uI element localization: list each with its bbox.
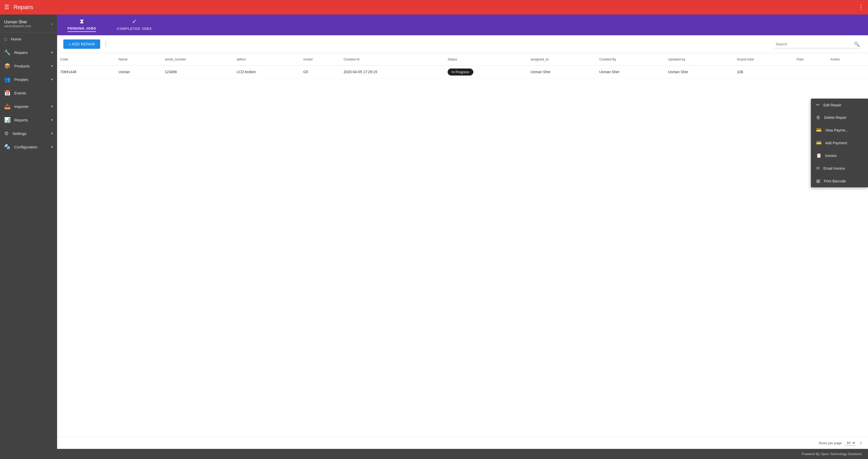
rows-per-page-label: Rows per page: — [819, 441, 843, 445]
col-grand-total: Grand total — [734, 53, 794, 66]
context-email-invoice-label: Email Invoice — [824, 166, 845, 171]
more-options-icon[interactable]: ⋮ — [103, 41, 108, 47]
chevron-down-icon: ▾ — [51, 131, 53, 135]
importer-icon: 📥 — [4, 103, 11, 110]
sidebar-item-label: Products — [14, 64, 30, 68]
sidebar: Usman Sher admin@admin.com ‹ ⌂ Home 🔧 Re… — [0, 14, 57, 459]
chevron-down-icon: ▾ — [51, 145, 53, 149]
footer-text: Powered By Open Technology Solutions — [802, 452, 862, 456]
search-icon[interactable]: 🔍 — [854, 41, 860, 47]
repairs-table: Code Name serial_number defect model Cre… — [57, 53, 868, 79]
sidebar-item-configuration[interactable]: 🔩 Configuration ▾ — [0, 140, 57, 154]
topbar: ☰ Repairs ⋮ — [0, 0, 868, 14]
sidebar-item-repairs[interactable]: 🔧 Repairs ▾ — [0, 46, 57, 59]
tab-completed-label: COMPLETED JOBS — [117, 27, 152, 31]
context-view-payment[interactable]: 💳 View Payme... — [811, 124, 868, 136]
settings-icon: ⚙ — [4, 130, 9, 136]
hourglass-icon: ⧗ — [80, 18, 84, 25]
table-row: 70691448 Usman 123456 LCD broken G5 2020… — [57, 66, 868, 79]
sidebar-item-label: Events — [14, 91, 26, 95]
sidebar-item-label: Importer — [14, 104, 29, 109]
search-container: 🔍 — [774, 40, 862, 48]
table-container: Code Name serial_number defect model Cre… — [57, 53, 868, 437]
cell-action — [827, 66, 868, 79]
search-input[interactable] — [776, 42, 854, 46]
user-info: Usman Sher admin@admin.com — [4, 20, 31, 28]
sidebar-collapse-icon[interactable]: ‹ — [51, 21, 53, 27]
context-edit-repair-label: Edit Repair — [824, 103, 841, 107]
context-print-barcode[interactable]: ▦ Print Barcode — [811, 175, 868, 187]
context-invoice[interactable]: 📋 Invoice — [811, 149, 868, 162]
sidebar-item-peoples[interactable]: 👥 Peoples ▾ — [0, 73, 57, 86]
context-edit-repair[interactable]: ✏ Edit Repair — [811, 99, 868, 111]
sidebar-item-settings[interactable]: ⚙ Settings ▾ — [0, 127, 57, 140]
cell-created-at: 2020-04-05 17:28:15 — [340, 66, 444, 79]
tab-pending-jobs[interactable]: ⧗ PENDING JOBS — [67, 18, 96, 32]
table-header-row: Code Name serial_number defect model Cre… — [57, 53, 868, 66]
sidebar-item-label: Home — [11, 37, 21, 41]
topbar-more-icon[interactable]: ⋮ — [858, 4, 864, 10]
sidebar-item-events[interactable]: 📅 Events — [0, 86, 57, 100]
user-email: admin@admin.com — [4, 24, 31, 28]
sidebar-item-label: Reports — [14, 118, 28, 122]
reports-icon: 📊 — [4, 117, 11, 123]
context-print-barcode-label: Print Barcode — [824, 179, 846, 183]
home-icon: ⌂ — [4, 36, 7, 42]
delete-icon: 🗑 — [816, 115, 820, 120]
col-model: model — [300, 53, 340, 66]
sidebar-item-reports[interactable]: 📊 Reports ▾ — [0, 113, 57, 127]
footer: Powered By Open Technology Solutions — [57, 449, 868, 459]
sidebar-item-products[interactable]: 📦 Products ▾ — [0, 59, 57, 73]
topbar-left: ☰ Repairs — [4, 4, 33, 11]
col-updated-by: Updated by — [665, 53, 734, 66]
cell-code: 70691448 — [57, 66, 116, 79]
cell-assigned-to: Usman Sher — [527, 66, 596, 79]
col-code: Code — [57, 53, 116, 66]
events-icon: 📅 — [4, 90, 11, 96]
context-add-payment[interactable]: 💳 Add Payment — [811, 136, 868, 149]
col-serial: serial_number — [162, 53, 234, 66]
col-name: Name — [116, 53, 162, 66]
invoice-icon: 📋 — [816, 153, 822, 158]
peoples-icon: 👥 — [4, 76, 11, 83]
context-invoice-label: Invoice — [825, 154, 837, 158]
cell-status: In Progress — [444, 66, 527, 79]
chevron-down-icon: ▾ — [51, 118, 53, 122]
sidebar-item-label: Repairs — [14, 50, 28, 55]
configuration-icon: 🔩 — [4, 144, 11, 150]
rows-per-page-select[interactable]: 10 25 50 — [845, 440, 856, 446]
tab-pending-label: PENDING JOBS — [67, 27, 96, 30]
hamburger-icon[interactable]: ☰ — [4, 4, 9, 11]
email-icon: ✉ — [816, 165, 820, 171]
cell-serial: 123456 — [162, 66, 234, 79]
col-paid: Paid — [794, 53, 827, 66]
sidebar-item-label: Peoples — [14, 77, 28, 82]
barcode-icon: ▦ — [816, 178, 820, 184]
context-delete-repair[interactable]: 🗑 Delete Repair — [811, 111, 868, 124]
col-created-at: Created At — [340, 53, 444, 66]
chevron-down-icon: ▾ — [51, 50, 53, 55]
user-profile: Usman Sher admin@admin.com ‹ — [0, 14, 57, 32]
col-status: Status — [444, 53, 527, 66]
sidebar-item-importer[interactable]: 📥 Importer ▾ — [0, 100, 57, 113]
cell-defect: LCD broken — [234, 66, 300, 79]
cell-model: G5 — [300, 66, 340, 79]
topbar-title: Repairs — [13, 4, 33, 11]
chevron-down-icon: ▾ — [51, 64, 53, 68]
context-email-invoice[interactable]: ✉ Email Invoice — [811, 162, 868, 175]
repairs-icon: 🔧 — [4, 49, 11, 56]
edit-icon: ✏ — [816, 102, 820, 108]
tab-completed-jobs[interactable]: ✓ COMPLETED JOBS — [117, 19, 152, 32]
col-assigned-to: assigned_to — [527, 53, 596, 66]
add-repair-button[interactable]: + ADD REPAIR — [63, 39, 100, 49]
content-area: ⧗ PENDING JOBS ✓ COMPLETED JOBS + ADD RE… — [57, 14, 868, 459]
sidebar-item-label: Configuration — [14, 145, 37, 149]
cell-grand-total: 10$ — [734, 66, 794, 79]
user-name: Usman Sher — [4, 20, 31, 24]
chevron-down-icon: ▾ — [51, 77, 53, 82]
context-menu: ✏ Edit Repair 🗑 Delete Repair 💳 View Pay… — [811, 99, 868, 187]
context-add-payment-label: Add Payment — [825, 141, 847, 145]
cell-name: Usman — [116, 66, 162, 79]
add-payment-icon: 💳 — [816, 140, 822, 146]
sidebar-item-home[interactable]: ⌂ Home — [0, 32, 57, 46]
